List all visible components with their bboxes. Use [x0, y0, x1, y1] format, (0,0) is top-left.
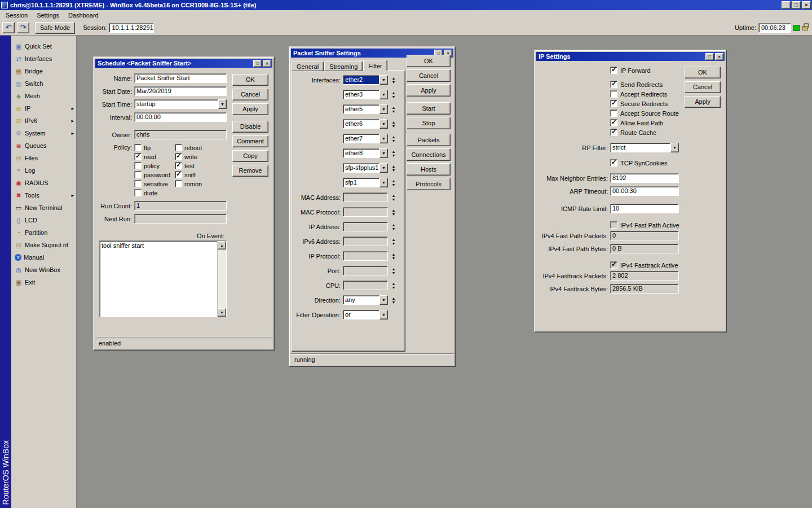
updown-control[interactable]: ▲▼	[390, 194, 397, 202]
remove-button[interactable]: Remove	[232, 165, 268, 177]
maximize-button[interactable]: □	[792, 1, 801, 9]
up-arrow-icon[interactable]: ▲	[390, 238, 397, 242]
undo-button[interactable]: ↶	[2, 22, 15, 33]
cancel-button[interactable]: Cancel	[232, 89, 268, 100]
sidebar-item-queues[interactable]: ≣Queues	[11, 139, 76, 152]
app-titlebar[interactable]: chris@10.1.1.1:28291 (XTREME) - WinBox v…	[0, 0, 812, 10]
on-event-scrollbar[interactable]: ▲ ▼	[217, 241, 226, 317]
updown-control[interactable]: ▲▼	[390, 76, 397, 84]
tab-general[interactable]: General	[292, 62, 324, 71]
sidebar-item-manual[interactable]: ?Manual	[11, 251, 76, 264]
sidebar-item-ipv6[interactable]: ⊞IPv6▸	[11, 115, 76, 127]
sidebar-item-log[interactable]: ≡Log	[11, 164, 76, 177]
updown-control[interactable]: ▲▼	[390, 282, 397, 290]
start-time-dropdown-icon[interactable]: ▼	[218, 99, 227, 109]
updown-control[interactable]: ▲▼	[390, 296, 397, 304]
redo-button[interactable]: ↷	[17, 22, 29, 33]
up-arrow-icon[interactable]: ▲	[390, 91, 397, 95]
protocols-button[interactable]: Protocols	[407, 178, 451, 190]
updown-control[interactable]: ▲▼	[390, 120, 397, 128]
menu-session[interactable]: Session	[1, 11, 32, 20]
dropdown-icon[interactable]: ▼	[379, 310, 388, 319]
cancel-button[interactable]: Cancel	[407, 69, 451, 82]
tab-filter[interactable]: Filter	[363, 60, 387, 71]
sidebar-item-mesh[interactable]: ◈Mesh	[11, 90, 76, 102]
up-arrow-icon[interactable]: ▲	[390, 223, 397, 227]
up-arrow-icon[interactable]: ▲	[390, 120, 397, 124]
packets-button[interactable]: Packets	[407, 134, 451, 146]
ip-address-input[interactable]	[343, 222, 388, 231]
down-arrow-icon[interactable]: ▼	[390, 154, 397, 157]
up-arrow-icon[interactable]: ▲	[390, 282, 397, 286]
close-button[interactable]: ×	[263, 60, 271, 67]
rp-filter-select[interactable]: strict	[610, 143, 670, 152]
sidebar-item-partition[interactable]: ◔Partition	[11, 226, 76, 239]
ipv6-address-input[interactable]	[343, 237, 388, 246]
secure-redirects-checkbox[interactable]	[610, 100, 617, 107]
mac-address-input[interactable]	[343, 192, 388, 202]
mac-protocol-input[interactable]	[343, 207, 388, 217]
updown-control[interactable]: ▲▼	[390, 179, 397, 187]
down-arrow-icon[interactable]: ▼	[390, 198, 397, 202]
dropdown-icon[interactable]: ▼	[379, 148, 388, 158]
ip-forward-checkbox[interactable]	[610, 67, 617, 74]
dropdown-icon[interactable]: ▼	[379, 295, 388, 305]
policy-write-checkbox[interactable]	[175, 153, 182, 160]
down-arrow-icon[interactable]: ▼	[390, 110, 397, 113]
up-arrow-icon[interactable]: ▲	[390, 135, 397, 139]
cancel-button[interactable]: Cancel	[685, 81, 721, 93]
policy-dude-checkbox[interactable]	[134, 189, 142, 196]
updown-control[interactable]: ▲▼	[390, 238, 397, 246]
updown-control[interactable]: ▲▼	[390, 223, 397, 231]
cpu-input[interactable]	[343, 281, 388, 290]
interface-select-6[interactable]: sfp-sfpplus1	[343, 163, 379, 173]
interface-select-4[interactable]: ether7	[343, 134, 379, 143]
dropdown-icon[interactable]: ▼	[379, 178, 388, 187]
interface-select-5[interactable]: ether8	[343, 148, 379, 158]
sidebar-item-bridge[interactable]: ▦Bridge	[11, 65, 76, 77]
up-arrow-icon[interactable]: ▲	[390, 76, 397, 80]
policy-reboot-checkbox[interactable]	[175, 144, 182, 151]
down-arrow-icon[interactable]: ▼	[390, 271, 397, 275]
start-time-input[interactable]: startup	[134, 99, 218, 109]
up-arrow-icon[interactable]: ▲	[390, 164, 397, 168]
up-arrow-icon[interactable]: ▲	[390, 150, 397, 154]
dropdown-icon[interactable]: ▼	[379, 134, 388, 143]
ok-button[interactable]: OK	[685, 67, 721, 78]
direction-select[interactable]: any	[343, 295, 379, 305]
updown-control[interactable]: ▲▼	[390, 164, 397, 172]
accept-redirects-checkbox[interactable]	[610, 90, 617, 98]
tab-streaming[interactable]: Streaming	[324, 62, 363, 71]
dropdown-icon[interactable]: ▼	[379, 104, 388, 114]
disable-button[interactable]: Disable	[232, 121, 268, 133]
connections-button[interactable]: Connections	[407, 148, 451, 161]
policy-password-checkbox[interactable]	[134, 171, 142, 178]
send-redirects-checkbox[interactable]	[610, 81, 617, 88]
apply-button[interactable]: Apply	[232, 103, 268, 115]
sidebar-item-lcd[interactable]: ▯LCD	[11, 214, 76, 226]
menu-settings[interactable]: Settings	[32, 11, 64, 20]
route-cache-checkbox[interactable]	[610, 129, 617, 136]
sidebar-item-system[interactable]: ⚙System▸	[11, 127, 76, 139]
interval-input[interactable]: 00:00:00	[134, 112, 227, 122]
on-event-textarea[interactable]: tool sniffer start ▲ ▼	[99, 240, 227, 317]
down-arrow-icon[interactable]: ▼	[390, 227, 397, 231]
dropdown-icon[interactable]: ▼	[670, 143, 679, 152]
policy-sensitive-checkbox[interactable]	[134, 180, 142, 187]
up-arrow-icon[interactable]: ▲	[390, 106, 397, 110]
scroll-up-icon[interactable]: ▲	[218, 241, 226, 249]
up-arrow-icon[interactable]: ▲	[390, 194, 397, 198]
interface-select-2[interactable]: ether5	[343, 104, 379, 114]
sidebar-item-switch[interactable]: ▥Switch	[11, 77, 76, 90]
updown-control[interactable]: ▲▼	[390, 150, 397, 157]
down-arrow-icon[interactable]: ▼	[390, 80, 397, 84]
icmp-rate-limit-input[interactable]: 10	[610, 204, 679, 213]
tcp-syncookies-checkbox[interactable]	[610, 159, 617, 167]
sidebar-item-new-winbox[interactable]: ◎New WinBox	[11, 264, 76, 276]
start-button[interactable]: Start	[407, 102, 451, 115]
updown-control[interactable]: ▲▼	[390, 208, 397, 216]
minimize-button[interactable]: _	[782, 1, 791, 9]
updown-control[interactable]: ▲▼	[390, 252, 397, 260]
down-arrow-icon[interactable]: ▼	[390, 168, 397, 172]
up-arrow-icon[interactable]: ▲	[390, 208, 397, 212]
